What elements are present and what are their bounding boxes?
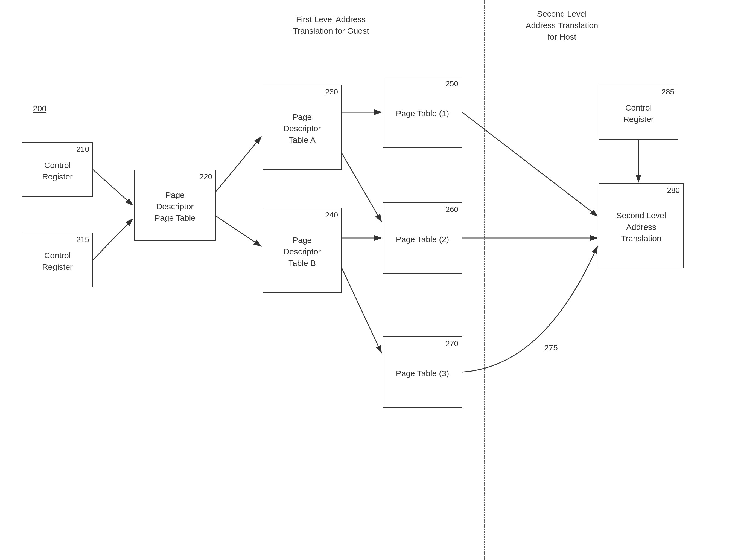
- box-230-label: PageDescriptorTable A: [284, 111, 321, 146]
- box-210: 210 ControlRegister: [22, 142, 93, 197]
- svg-line-7: [342, 153, 381, 222]
- box-240-number: 240: [325, 211, 338, 219]
- svg-line-4: [216, 137, 261, 191]
- box-280-number: 280: [667, 186, 680, 195]
- box-240: 240 PageDescriptorTable B: [263, 208, 342, 293]
- box-250-label: Page Table (1): [396, 108, 449, 119]
- dashed-separator: [484, 0, 485, 560]
- box-250-number: 250: [445, 79, 458, 88]
- box-250: 250 Page Table (1): [383, 77, 462, 148]
- second-level-label: Second LevelAddress Translationfor Host: [511, 8, 612, 43]
- box-285: 285 ControlRegister: [599, 85, 678, 140]
- box-270-number: 270: [445, 339, 458, 348]
- svg-line-10: [462, 112, 597, 216]
- arrows-svg: [0, 0, 732, 560]
- box-260: 260 Page Table (2): [383, 202, 462, 274]
- box-220-label: PageDescriptorPage Table: [155, 189, 196, 224]
- box-285-label: ControlRegister: [623, 102, 654, 125]
- box-280: 280 Second LevelAddressTranslation: [599, 183, 684, 268]
- svg-line-9: [342, 268, 381, 353]
- box-285-number: 285: [661, 88, 674, 96]
- box-270-label: Page Table (3): [396, 368, 449, 379]
- box-215-number: 215: [76, 235, 89, 244]
- ref-200: 200: [33, 104, 47, 113]
- box-220-number: 220: [199, 172, 212, 181]
- label-275: 275: [544, 342, 558, 353]
- box-240-label: PageDescriptorTable B: [284, 234, 321, 269]
- box-270: 270 Page Table (3): [383, 336, 462, 408]
- box-260-label: Page Table (2): [396, 234, 449, 245]
- box-230-number: 230: [325, 88, 338, 96]
- svg-line-5: [216, 216, 261, 246]
- svg-line-3: [93, 219, 133, 260]
- box-280-label: Second LevelAddressTranslation: [616, 210, 666, 244]
- box-210-number: 210: [76, 145, 89, 154]
- first-level-label: First Level AddressTranslation for Guest: [279, 14, 383, 37]
- box-220: 220 PageDescriptorPage Table: [134, 170, 216, 241]
- box-260-number: 260: [445, 205, 458, 214]
- box-230: 230 PageDescriptorTable A: [263, 85, 342, 170]
- box-215: 215 ControlRegister: [22, 233, 93, 287]
- diagram-container: First Level AddressTranslation for Guest…: [0, 0, 732, 560]
- box-215-label: ControlRegister: [42, 250, 73, 273]
- box-210-label: ControlRegister: [42, 159, 73, 182]
- svg-line-2: [93, 170, 133, 205]
